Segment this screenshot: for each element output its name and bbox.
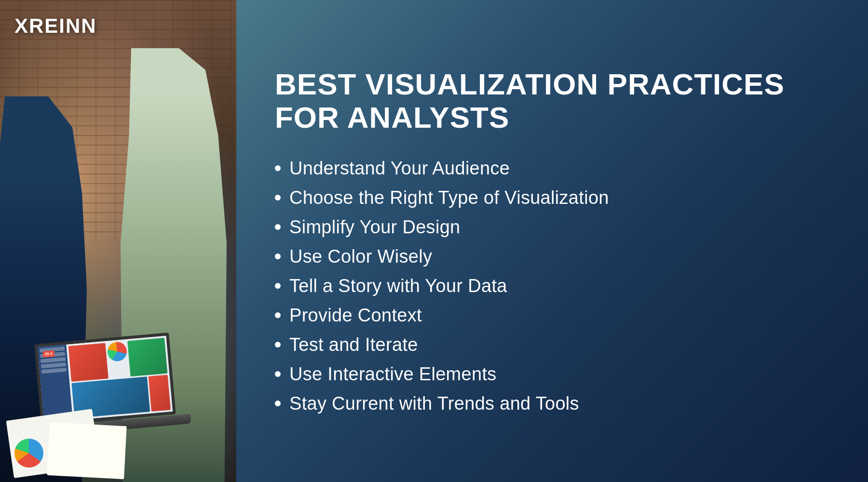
title-line1: BEST VISUALIZATION PRACTICES — [275, 67, 785, 101]
bullet-text: Test and Iterate — [289, 335, 418, 355]
bullet-dot — [275, 195, 281, 201]
bullet-text: Provide Context — [289, 305, 422, 326]
list-item: Use Color Wisely — [275, 246, 829, 267]
logo: XREINN — [14, 14, 97, 38]
bullet-list: Understand Your AudienceChoose the Right… — [275, 158, 829, 414]
list-item: Choose the Right Type of Visualization — [275, 187, 829, 208]
bullet-text: Use Interactive Elements — [289, 364, 497, 385]
bullet-dot — [275, 165, 281, 171]
list-item: Test and Iterate — [275, 335, 829, 355]
photo-background: 25:1 XREINN — [0, 0, 236, 482]
bullet-text: Use Color Wisely — [289, 246, 432, 267]
bullet-dot — [275, 342, 281, 348]
desk-papers — [0, 410, 236, 482]
right-panel: BEST VISUALIZATION PRACTICES FOR ANALYST… — [236, 0, 868, 482]
left-panel: 25:1 XREINN — [0, 0, 236, 482]
bullet-dot — [275, 283, 281, 289]
bullet-dot — [275, 224, 281, 230]
bullet-text: Simplify Your Design — [289, 217, 461, 238]
list-item: Provide Context — [275, 305, 829, 326]
bullet-text: Stay Current with Trends and Tools — [289, 393, 579, 414]
bullet-dot — [275, 401, 281, 406]
bullet-dot — [275, 254, 281, 259]
main-title: BEST VISUALIZATION PRACTICES FOR ANALYST… — [275, 68, 829, 134]
title-line2: FOR ANALYSTS — [275, 101, 509, 134]
list-item: Stay Current with Trends and Tools — [275, 393, 829, 414]
list-item: Tell a Story with Your Data — [275, 276, 829, 296]
list-item: Simplify Your Design — [275, 217, 829, 238]
list-item: Use Interactive Elements — [275, 364, 829, 385]
bullet-text: Choose the Right Type of Visualization — [289, 187, 609, 208]
bullet-dot — [275, 312, 281, 318]
bullet-text: Tell a Story with Your Data — [289, 276, 507, 296]
bullet-text: Understand Your Audience — [289, 158, 510, 179]
list-item: Understand Your Audience — [275, 158, 829, 179]
bullet-dot — [275, 371, 281, 377]
